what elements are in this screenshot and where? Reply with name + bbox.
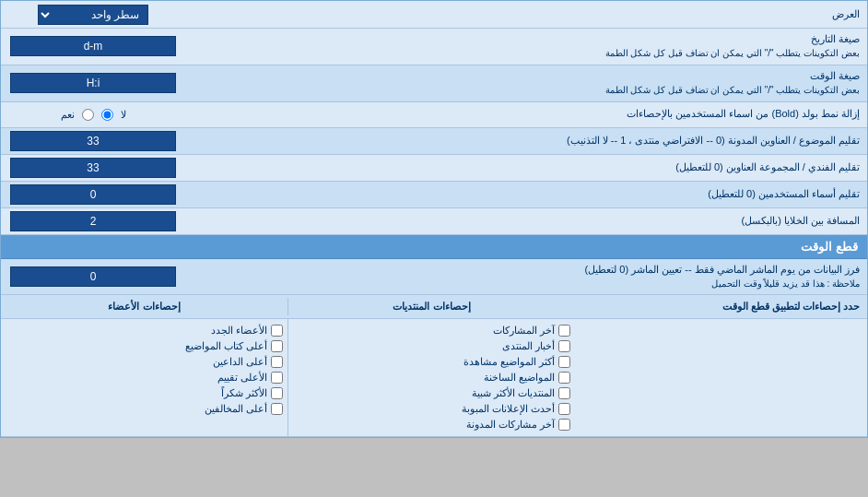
list-item: المواضيع الساخنة xyxy=(293,370,570,385)
checkbox-header-row: حدد إحصاءات لتطبيق قطع الوقت إحصاءات الم… xyxy=(1,295,867,319)
list-item: أعلى المخالفين xyxy=(6,401,283,417)
username-trim-row: تقليم أسماء المستخدمين (0 للتعطيل) xyxy=(1,182,867,208)
date-format-input[interactable] xyxy=(10,36,176,56)
list-item: المنتديات الأكثر شبية xyxy=(293,385,570,401)
time-format-input[interactable] xyxy=(10,73,176,93)
list-item: الأعلى تقييم xyxy=(6,370,283,385)
list-item: أكثر المواضيع مشاهدة xyxy=(293,354,570,370)
checkbox-أعلى-المخالفين[interactable] xyxy=(271,403,283,415)
date-format-row: صيغة التاريخ بعض التكوينات يتطلب "/" الت… xyxy=(1,29,867,65)
cell-spacing-input[interactable] xyxy=(10,211,176,231)
username-trim-label: تقليم أسماء المستخدمين (0 للتعطيل) xyxy=(185,183,867,205)
checkbox-الأعلى-تقييم[interactable] xyxy=(271,372,283,384)
forum-title-trim-label: تقليم الفندي / المجموعة العناوين (0 للتع… xyxy=(185,157,867,178)
checkbox-المنتديات-الأكثر[interactable] xyxy=(558,387,570,399)
checkbox-آخر-المشاركات[interactable] xyxy=(558,325,570,337)
checkbox-الأعضاء-الجدد[interactable] xyxy=(271,325,283,337)
subject-trim-input[interactable] xyxy=(10,131,176,151)
date-format-input-cell xyxy=(1,33,185,59)
list-item: أعلى الداعين xyxy=(6,354,283,370)
checkbox-الأكثر-شكرا[interactable] xyxy=(271,387,283,399)
time-format-label: صيغة الوقت بعض التكوينات يتطلب "/" التي … xyxy=(185,65,867,101)
cell-spacing-label: المسافة بين الخلايا (بالبكسل) xyxy=(185,210,867,231)
checkbox-right-col xyxy=(575,319,867,436)
bold-remove-no[interactable] xyxy=(101,109,113,121)
checkbox-أعلى-الداعين[interactable] xyxy=(271,356,283,368)
cutoff-section-header: قطع الوقت xyxy=(1,235,867,259)
time-format-input-cell xyxy=(1,70,185,96)
list-item: الأكثر شكراً xyxy=(6,385,283,401)
checkbox-أكثر-المواضيع[interactable] xyxy=(558,356,570,368)
checkbox-col2: الأعضاء الجدد أعلى كتاب المواضيع أعلى ال… xyxy=(1,319,287,436)
forum-title-trim-input[interactable] xyxy=(10,158,176,178)
cutoff-row: فرز البيانات من يوم الماشر الماضي فقط --… xyxy=(1,259,867,296)
checkbox-أخبار-المنتدى[interactable] xyxy=(558,340,570,352)
checkbox-col2-header: إحصاءات الأعضاء xyxy=(1,298,287,315)
bold-remove-yes[interactable] xyxy=(82,109,94,121)
checkbox-أعلى-كتاب[interactable] xyxy=(271,340,283,352)
cutoff-input-cell xyxy=(1,264,185,290)
subject-trim-input-cell xyxy=(1,128,185,154)
header-label: العرض xyxy=(185,5,867,24)
bold-remove-row: إزالة نمط بولد (Bold) من اسماء المستخدمي… xyxy=(1,102,867,128)
checkbox-header-right: حدد إحصاءات لتطبيق قطع الوقت xyxy=(575,298,867,315)
list-item: الأعضاء الجدد xyxy=(6,323,283,338)
checkbox-آخر-مشاركات-المدونة[interactable] xyxy=(558,419,570,431)
checkbox-col1-header: إحصاءات المنتديات xyxy=(287,298,575,315)
list-item: أحدث الإعلانات المبوبة xyxy=(293,401,570,417)
list-item: آخر مشاركات المدونة xyxy=(293,417,570,432)
header-row: العرض سطر واحد سطران ثلاثة أسطر xyxy=(1,1,867,29)
list-item: أخبار المنتدى xyxy=(293,338,570,354)
date-format-label: صيغة التاريخ بعض التكوينات يتطلب "/" الت… xyxy=(185,29,867,65)
cutoff-label: فرز البيانات من يوم الماشر الماضي فقط --… xyxy=(185,259,867,295)
forum-title-trim-input-cell xyxy=(1,155,185,181)
cutoff-input[interactable] xyxy=(10,266,176,287)
checkbox-col1: آخر المشاركات أخبار المنتدى أكثر المواضي… xyxy=(287,319,575,436)
checkbox-rows: آخر المشاركات أخبار المنتدى أكثر المواضي… xyxy=(1,319,867,436)
forum-title-trim-row: تقليم الفندي / المجموعة العناوين (0 للتع… xyxy=(1,155,867,182)
list-item: أعلى كتاب المواضيع xyxy=(6,338,283,354)
list-item: آخر المشاركات xyxy=(293,323,570,338)
checkbox-أحدث-الإعلانات[interactable] xyxy=(558,403,570,415)
bold-remove-label: إزالة نمط بولد (Bold) من اسماء المستخدمي… xyxy=(185,103,867,124)
select-cell: سطر واحد سطران ثلاثة أسطر xyxy=(1,2,185,28)
subject-trim-label: تقليم الموضوع / العناوين المدونة (0 -- ا… xyxy=(185,130,867,151)
bold-remove-radio-cell: لا نعم xyxy=(1,106,185,124)
checkbox-section: حدد إحصاءات لتطبيق قطع الوقت إحصاءات الم… xyxy=(1,295,867,437)
display-select[interactable]: سطر واحد سطران ثلاثة أسطر xyxy=(38,5,148,25)
subject-trim-row: تقليم الموضوع / العناوين المدونة (0 -- ا… xyxy=(1,128,867,155)
main-container: العرض سطر واحد سطران ثلاثة أسطر صيغة الت… xyxy=(0,0,868,438)
time-format-row: صيغة الوقت بعض التكوينات يتطلب "/" التي … xyxy=(1,65,867,102)
username-trim-input-cell xyxy=(1,182,185,207)
cell-spacing-row: المسافة بين الخلايا (بالبكسل) xyxy=(1,208,867,235)
checkbox-المواضيع-الساخنة[interactable] xyxy=(558,372,570,384)
username-trim-input[interactable] xyxy=(10,184,176,205)
cell-spacing-input-cell xyxy=(1,208,185,234)
